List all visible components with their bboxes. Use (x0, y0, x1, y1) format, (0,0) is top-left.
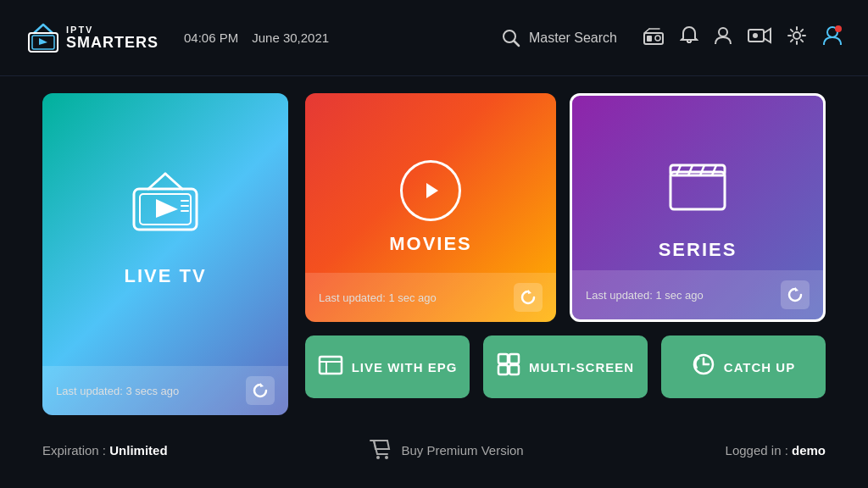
bottom-buttons: LIVE WITH EPG MULTI-SCREEN (305, 336, 826, 398)
nav-icons (643, 25, 843, 52)
logged-in-label: Logged in : (726, 443, 792, 458)
svg-point-15 (719, 28, 727, 36)
logo: IPTV SMARTERS (25, 23, 159, 53)
catch-up-button[interactable]: CATCH UP (661, 336, 826, 398)
multi-screen-label: MULTI-SCREEN (529, 360, 634, 374)
svg-rect-44 (509, 354, 519, 363)
svg-line-6 (514, 41, 519, 46)
series-refresh[interactable] (781, 280, 810, 309)
svg-rect-8 (647, 36, 652, 42)
logged-in-value: demo (792, 443, 826, 458)
live-epg-icon (318, 353, 343, 380)
time-date: 04:06 PM June 30,2021 (184, 30, 329, 45)
svg-point-50 (385, 456, 388, 459)
main-content: LIVE TV Last updated: 3 secs ago MOVIES (0, 76, 868, 432)
svg-line-1 (43, 25, 53, 33)
movies-card[interactable]: MOVIES Last updated: 1 sec ago (305, 93, 556, 322)
live-tv-footer: Last updated: 3 secs ago (42, 366, 288, 415)
movies-play-icon (400, 160, 461, 221)
user-icon[interactable] (714, 25, 732, 51)
svg-point-49 (376, 456, 380, 459)
top-cards: MOVIES Last updated: 1 sec ago (305, 93, 826, 322)
svg-rect-43 (498, 354, 508, 363)
movies-refresh[interactable] (514, 283, 542, 312)
svg-line-0 (34, 25, 43, 33)
cart-icon (369, 439, 392, 461)
movies-label: MOVIES (389, 233, 472, 255)
buy-premium-label: Buy Premium Version (401, 443, 523, 458)
live-epg-label: LIVE WITH EPG (352, 360, 458, 374)
svg-line-36 (688, 165, 693, 175)
buy-premium-button[interactable]: Buy Premium Version (369, 439, 523, 461)
svg-marker-31 (426, 183, 438, 198)
svg-rect-33 (670, 172, 725, 209)
logged-in-info: Logged in : demo (726, 443, 826, 458)
live-epg-button[interactable]: LIVE WITH EPG (305, 336, 470, 398)
search-label: Master Search (529, 30, 617, 46)
svg-marker-30 (260, 383, 264, 387)
live-tv-icon (127, 170, 203, 252)
svg-point-18 (753, 33, 758, 38)
svg-line-38 (712, 165, 716, 175)
search-icon (502, 29, 520, 47)
multi-screen-icon (497, 352, 520, 381)
expiration-label: Expiration : (42, 443, 109, 458)
header: IPTV SMARTERS 04:06 PM June 30,2021 Mast… (0, 0, 868, 76)
settings-icon[interactable] (787, 25, 807, 51)
svg-line-23 (165, 174, 182, 189)
svg-marker-4 (39, 38, 47, 45)
svg-line-22 (148, 174, 165, 189)
profile-icon[interactable] (822, 25, 843, 52)
multi-screen-button[interactable]: MULTI-SCREEN (483, 336, 648, 398)
radio-icon[interactable] (643, 26, 665, 50)
svg-rect-46 (509, 365, 519, 374)
svg-line-35 (676, 165, 681, 175)
svg-point-19 (793, 32, 800, 39)
movies-footer: Last updated: 1 sec ago (305, 273, 556, 322)
live-tv-refresh[interactable] (246, 376, 275, 405)
svg-line-37 (700, 165, 704, 175)
record-icon[interactable] (748, 27, 771, 49)
series-icon (664, 155, 732, 227)
svg-marker-17 (764, 29, 771, 42)
live-tv-card[interactable]: LIVE TV Last updated: 3 secs ago (42, 93, 288, 415)
footer: Expiration : Unlimited Buy Premium Versi… (0, 432, 868, 468)
svg-point-9 (655, 36, 660, 41)
svg-rect-45 (498, 365, 508, 374)
live-tv-label: LIVE TV (124, 265, 206, 287)
current-date: June 30,2021 (252, 30, 329, 45)
right-side: MOVIES Last updated: 1 sec ago (305, 93, 826, 398)
svg-point-21 (835, 25, 842, 32)
logo-smarters: SMARTERS (66, 35, 159, 50)
series-updated: Last updated: 1 sec ago (586, 289, 704, 302)
series-card[interactable]: SERIES Last updated: 1 sec ago (570, 93, 826, 322)
search-bar[interactable]: Master Search (502, 29, 617, 47)
logo-text: IPTV SMARTERS (66, 25, 159, 50)
series-label: SERIES (659, 239, 737, 261)
svg-rect-40 (320, 357, 342, 374)
svg-marker-32 (528, 290, 531, 294)
expiration-info: Expiration : Unlimited (42, 443, 168, 458)
live-tv-updated: Last updated: 3 secs ago (56, 385, 179, 397)
current-time: 04:06 PM (184, 30, 238, 45)
svg-marker-39 (795, 287, 798, 291)
logo-icon (25, 23, 61, 53)
catch-up-label: CATCH UP (724, 360, 795, 374)
svg-marker-26 (156, 199, 178, 218)
expiration-value: Unlimited (109, 443, 167, 458)
series-footer: Last updated: 1 sec ago (572, 270, 823, 319)
catch-up-icon (692, 352, 715, 381)
movies-updated: Last updated: 1 sec ago (319, 291, 437, 304)
bell-icon[interactable] (680, 25, 698, 51)
